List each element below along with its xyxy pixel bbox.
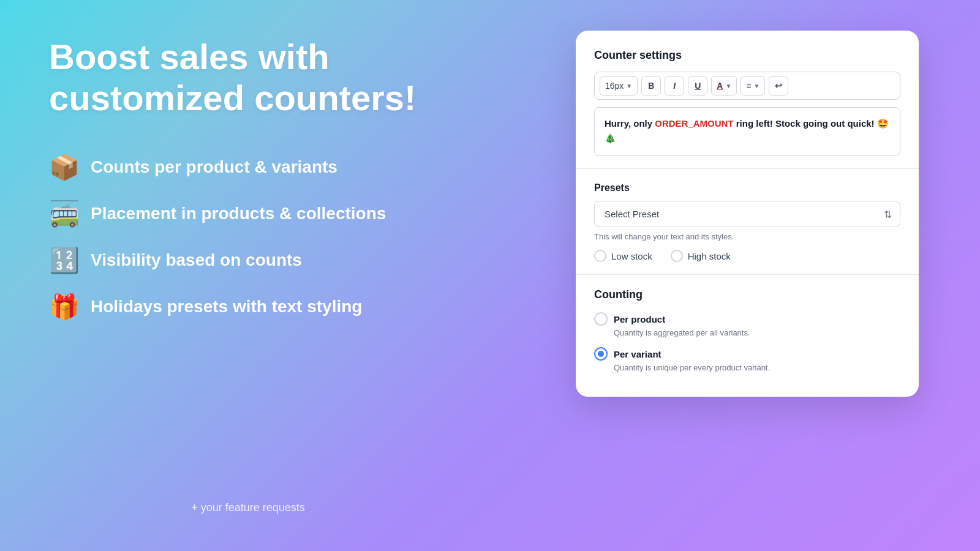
feature-requests-text: + your feature requests: [49, 501, 447, 527]
settings-panel: Counter settings 16px ▼ B I U A ▼ ≡ ▼ ↩ …: [576, 31, 919, 397]
feature-item-2: 🚎 Placement in products & collections: [49, 201, 447, 226]
feature-emoji-1: 📦: [49, 155, 80, 179]
align-selector[interactable]: ≡ ▼: [741, 76, 765, 96]
per-variant-radio-circle: [594, 347, 608, 361]
per-product-radio-circle: [594, 312, 608, 326]
editor-text-before: Hurry, only: [605, 118, 655, 129]
left-panel: Boost sales with customized counters! 📦 …: [0, 0, 484, 551]
page-heading: Boost sales with customized counters!: [49, 37, 447, 118]
feature-emoji-3: 🔢: [49, 248, 80, 272]
feature-text-2: Placement in products & collections: [91, 204, 386, 223]
preset-helper-text: This will change your text and its style…: [594, 232, 900, 241]
feature-emoji-2: 🚎: [49, 201, 80, 226]
per-product-radio-row[interactable]: Per product: [594, 312, 900, 326]
preset-select[interactable]: Select Preset Low stock preset High stoc…: [594, 201, 900, 227]
low-stock-radio-item[interactable]: Low stock: [594, 250, 652, 262]
low-stock-radio-circle: [594, 250, 606, 262]
italic-button[interactable]: I: [665, 76, 684, 96]
per-variant-radio-row[interactable]: Per variant: [594, 347, 900, 361]
font-size-chevron: ▼: [626, 83, 632, 89]
editor-text-highlight: ORDER_AMOUNT: [655, 118, 733, 129]
text-editor[interactable]: Hurry, only ORDER_AMOUNT ring left! Stoc…: [594, 107, 900, 156]
feature-text-4: Holidays presets with text styling: [91, 297, 362, 317]
font-size-value: 16px: [605, 81, 624, 91]
counting-title: Counting: [594, 288, 900, 301]
features-list: 📦 Counts per product & variants 🚎 Placem…: [49, 155, 447, 319]
per-variant-label: Per variant: [614, 349, 662, 359]
per-product-label: Per product: [614, 314, 665, 324]
low-stock-radio-label: Low stock: [611, 251, 652, 261]
counting-option-product: Per product Quantity is aggregated per a…: [594, 312, 900, 337]
text-toolbar: 16px ▼ B I U A ▼ ≡ ▼ ↩: [594, 72, 900, 100]
font-size-selector[interactable]: 16px ▼: [600, 76, 638, 96]
counting-option-variant: Per variant Quantity is unique per every…: [594, 347, 900, 372]
feature-text-1: Counts per product & variants: [91, 157, 337, 177]
stock-radio-group: Low stock High stock: [594, 250, 900, 262]
feature-text-3: Visibility based on counts: [91, 250, 302, 270]
high-stock-radio-item[interactable]: High stock: [671, 250, 731, 262]
font-color-selector[interactable]: A ▼: [711, 76, 737, 96]
feature-item-4: 🎁 Holidays presets with text styling: [49, 294, 447, 319]
align-chevron: ▼: [753, 83, 760, 89]
presets-label: Presets: [594, 182, 900, 193]
per-product-desc: Quantity is aggregated per all variants.: [614, 328, 900, 337]
high-stock-radio-label: High stock: [688, 251, 731, 261]
preset-select-wrapper: Select Preset Low stock preset High stoc…: [594, 201, 900, 227]
per-variant-desc: Quantity is unique per every product var…: [614, 363, 900, 372]
font-color-chevron: ▼: [725, 83, 731, 89]
feature-item-1: 📦 Counts per product & variants: [49, 155, 447, 179]
presets-section: Presets Select Preset Low stock preset H…: [576, 169, 919, 275]
align-icon: ≡: [746, 81, 751, 91]
bold-button[interactable]: B: [641, 76, 661, 96]
counting-section: Counting Per product Quantity is aggrega…: [576, 275, 919, 397]
feature-item-3: 🔢 Visibility based on counts: [49, 248, 447, 272]
font-color-label: A: [717, 81, 723, 91]
high-stock-radio-circle: [671, 250, 683, 262]
undo-button[interactable]: ↩: [769, 76, 788, 96]
counter-settings-title: Counter settings: [594, 49, 900, 62]
underline-button[interactable]: U: [688, 76, 707, 96]
feature-emoji-4: 🎁: [49, 294, 80, 319]
counter-settings-section: Counter settings 16px ▼ B I U A ▼ ≡ ▼ ↩ …: [576, 31, 919, 169]
